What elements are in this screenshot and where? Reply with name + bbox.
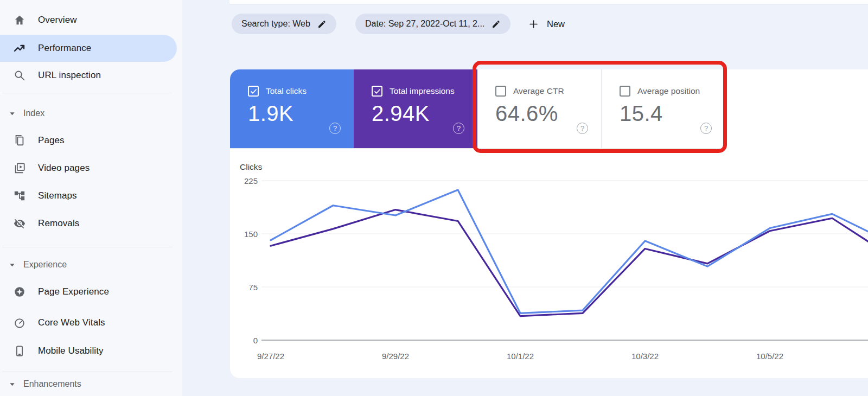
sidebar-item-url-inspection[interactable]: URL inspection	[0, 62, 177, 88]
sidebar: OverviewPerformanceURL inspectionIndexPa…	[0, 0, 182, 396]
edit-pencil-icon[interactable]	[492, 20, 501, 29]
checkbox-total-impressions-checked[interactable]	[372, 86, 382, 97]
page-experience-icon	[13, 285, 26, 298]
filter-chip-date-range[interactable]: Date: Sep 27, 2022-Oct 11, 2...	[355, 14, 510, 34]
sidebar-item-mobile-usability[interactable]: Mobile Usability	[0, 338, 177, 364]
metric-tile-header: Total clicks	[248, 86, 354, 97]
sidebar-item-overview[interactable]: Overview	[0, 7, 177, 33]
sidebar-item-label: Pages	[38, 135, 65, 146]
pages-icon	[13, 134, 26, 147]
help-circle-icon[interactable]: ?	[577, 123, 588, 134]
x-axis-tick-label: 10/1/22	[507, 352, 534, 361]
sidebar-item-label: Video pages	[38, 163, 90, 174]
metric-tile-label: Total impressions	[390, 86, 455, 96]
sidebar-item-label: Core Web Vitals	[38, 317, 105, 328]
chevron-down-icon	[9, 381, 15, 387]
help-circle-icon[interactable]: ?	[329, 123, 341, 134]
sidebar-section-label: Enhancements	[23, 379, 81, 389]
chevron-down-icon	[9, 262, 15, 268]
metric-tile-total-clicks[interactable]: Total clicks1.9K?	[230, 69, 354, 148]
checkbox-average-ctr-unchecked[interactable]	[495, 86, 506, 97]
sidebar-section-header-index[interactable]: Index	[9, 107, 44, 120]
checkbox-average-position-unchecked[interactable]	[620, 86, 630, 97]
y-axis-title: Clicks	[240, 162, 263, 171]
mobile-usability-icon	[13, 344, 26, 357]
sidebar-item-performance[interactable]: Performance	[0, 35, 177, 62]
trending-up-icon	[13, 42, 26, 55]
metric-tile-value: 1.9K	[248, 101, 354, 126]
sidebar-item-label: Overview	[38, 15, 77, 25]
metric-tile-total-impressions[interactable]: Total impressions2.94K?	[354, 69, 477, 148]
help-circle-icon[interactable]: ?	[700, 123, 712, 134]
checkbox-total-clicks-checked[interactable]	[248, 86, 259, 97]
metric-tile-label: Total clicks	[266, 86, 307, 96]
metric-tile-header: Total impressions	[372, 86, 477, 97]
sitemaps-icon	[13, 189, 26, 202]
new-button-label: New	[547, 19, 565, 29]
removals-icon	[13, 217, 26, 230]
y-axis-tick-label: 75	[248, 283, 258, 292]
metric-tile-header: Average position	[620, 86, 725, 97]
home-icon	[13, 14, 26, 27]
y-axis-tick-label: 225	[244, 176, 258, 186]
new-filter-button[interactable]: New	[524, 14, 569, 34]
y-axis-tick-label: 0	[253, 336, 258, 345]
metric-tile-value: 2.94K	[372, 101, 477, 126]
x-axis-tick-label: 10/5/22	[756, 352, 783, 361]
topbar-divider	[229, 0, 868, 4]
sidebar-item-removals[interactable]: Removals	[0, 210, 177, 237]
filter-chip-search-type[interactable]: Search type: Web	[232, 14, 336, 34]
total-clicks-line[interactable]	[271, 190, 868, 313]
metric-tile-label: Average CTR	[513, 86, 564, 96]
sidebar-section-label: Experience	[23, 260, 67, 270]
sidebar-item-sitemaps[interactable]: Sitemaps	[0, 183, 177, 209]
x-axis-tick-label: 9/29/22	[382, 352, 409, 361]
edit-pencil-icon[interactable]	[317, 20, 327, 29]
metric-tile-value: 15.4	[620, 101, 725, 126]
plus-icon	[528, 19, 539, 29]
sidebar-divider	[2, 93, 173, 93]
sidebar-section-header-experience[interactable]: Experience	[9, 258, 67, 271]
metric-tile-average-ctr[interactable]: Average CTR64.6%?	[477, 69, 601, 148]
sidebar-section-header-enhancements[interactable]: Enhancements	[9, 378, 81, 391]
filter-chip-label: Search type: Web	[241, 19, 310, 29]
clicks-line-chart[interactable]: Clicks2251507509/27/229/29/2210/1/2210/3…	[230, 150, 868, 380]
performance-chart[interactable]: Clicks2251507509/27/229/29/2210/1/2210/3…	[230, 150, 868, 380]
core-web-vitals-icon	[13, 316, 26, 329]
sidebar-divider	[2, 247, 173, 247]
video-pages-icon	[13, 162, 26, 175]
x-axis-tick-label: 10/3/22	[631, 352, 659, 361]
sidebar-item-page-experience[interactable]: Page Experience	[0, 279, 177, 305]
sidebar-item-label: Mobile Usability	[38, 346, 104, 356]
search-icon	[13, 69, 26, 82]
help-circle-icon[interactable]: ?	[453, 123, 464, 134]
sidebar-item-video-pages[interactable]: Video pages	[0, 155, 177, 181]
sidebar-item-pages[interactable]: Pages	[0, 127, 177, 154]
sidebar-item-core-web-vitals[interactable]: Core Web Vitals	[0, 310, 177, 336]
sidebar-divider	[2, 372, 173, 372]
sidebar-section-label: Index	[23, 108, 44, 118]
sidebar-item-label: Performance	[38, 43, 91, 54]
chevron-down-icon	[9, 111, 15, 117]
metric-tiles: Total clicks1.9K?Total impressions2.94K?…	[230, 69, 725, 149]
y-axis-tick-label: 150	[244, 229, 258, 239]
metric-tile-value: 64.6%	[495, 101, 601, 126]
sidebar-item-label: Sitemaps	[38, 190, 77, 201]
metric-tile-label: Average position	[637, 86, 700, 96]
metric-tile-header: Average CTR	[495, 86, 601, 97]
filter-chip-label: Date: Sep 27, 2022-Oct 11, 2...	[365, 19, 484, 29]
x-axis-tick-label: 9/27/22	[257, 352, 284, 361]
sidebar-item-label: Page Experience	[38, 286, 109, 297]
metric-tile-average-position[interactable]: Average position15.4?	[601, 69, 725, 148]
sidebar-item-label: URL inspection	[38, 70, 101, 81]
sidebar-item-label: Removals	[38, 218, 79, 229]
